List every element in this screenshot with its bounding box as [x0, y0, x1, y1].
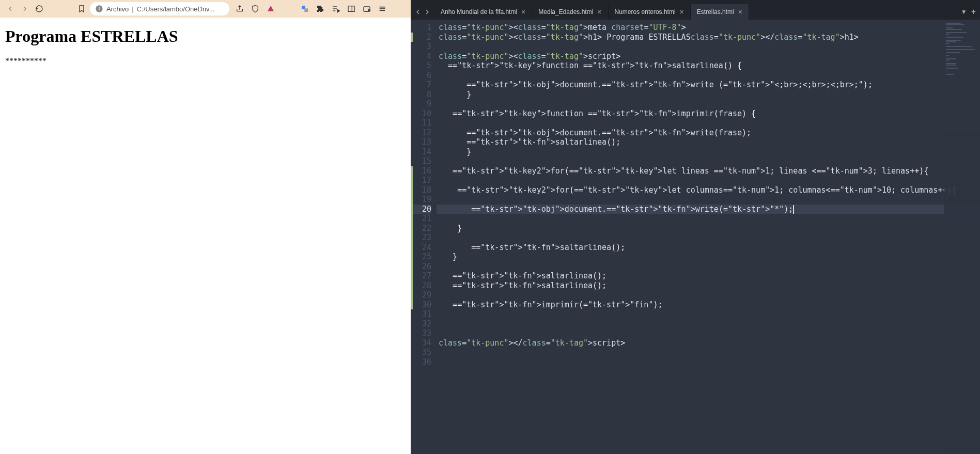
- code-line[interactable]: }: [437, 90, 980, 100]
- editor-tab[interactable]: Numeros enteros.html×: [609, 4, 691, 20]
- back-icon[interactable]: [4, 3, 17, 15]
- svg-rect-3: [304, 8, 308, 12]
- share-icon[interactable]: [234, 3, 246, 15]
- code-line[interactable]: }: [437, 252, 980, 262]
- translate-icon[interactable]: [299, 3, 311, 15]
- line-number: 16: [411, 166, 431, 176]
- code-line[interactable]: =="tk-str">"tk-key">function =="tk-str">…: [437, 61, 980, 71]
- code-line[interactable]: [437, 309, 980, 319]
- line-number: 36: [411, 357, 431, 367]
- code-line[interactable]: }: [437, 224, 980, 233]
- code-line[interactable]: =="tk-str">"tk-fn">saltarlinea();: [437, 281, 980, 291]
- code-line[interactable]: =="tk-str">"tk-obj">document.=="tk-str">…: [437, 80, 980, 90]
- line-number: 15: [411, 156, 431, 166]
- code-line[interactable]: =="tk-str">"tk-key2">for(=="tk-str">"tk-…: [437, 166, 980, 176]
- tab-next-icon[interactable]: [423, 8, 431, 16]
- close-icon[interactable]: ×: [521, 8, 525, 16]
- code-line[interactable]: }: [437, 147, 980, 157]
- code-line[interactable]: [437, 42, 980, 52]
- reload-icon[interactable]: [33, 3, 45, 15]
- page-output: **********: [5, 56, 406, 66]
- line-number: 22: [411, 224, 431, 233]
- svg-rect-8: [348, 6, 354, 12]
- editor-tab[interactable]: Anho Mundial de la fifa.html×: [434, 4, 532, 20]
- minimap[interactable]: [944, 20, 980, 454]
- close-icon[interactable]: ×: [680, 8, 684, 16]
- line-number: 3: [411, 42, 431, 52]
- code-line[interactable]: [437, 176, 980, 185]
- code-line[interactable]: =="tk-str">"tk-obj">document.=="tk-str">…: [437, 128, 980, 138]
- address-scheme: Archivo: [106, 5, 129, 13]
- tab-dropdown-icon[interactable]: ▼: [961, 8, 967, 15]
- line-number-gutter: 1234567891011121314151617181920212223242…: [411, 20, 437, 454]
- code-line[interactable]: class="tk-punc"><class="tk-tag">meta cha…: [437, 23, 980, 33]
- close-icon[interactable]: ×: [738, 8, 742, 16]
- code-line[interactable]: [437, 71, 980, 81]
- brave-rewards-icon[interactable]: [265, 3, 277, 15]
- line-number: 24: [411, 243, 431, 253]
- code-editor-window: Anho Mundial de la fifa.html×Media_Edade…: [411, 0, 980, 454]
- editor-tab[interactable]: Media_Edades.html×: [532, 4, 608, 20]
- page-heading: Programa ESTRELLAS: [5, 27, 406, 46]
- code-line[interactable]: =="tk-str">"tk-key">function =="tk-str">…: [437, 109, 980, 119]
- tab-prev-icon[interactable]: [414, 8, 422, 16]
- code-line[interactable]: [437, 156, 980, 166]
- code-line[interactable]: [437, 214, 980, 224]
- extensions-icon[interactable]: [314, 3, 326, 15]
- line-number: 4: [411, 52, 431, 61]
- code-line[interactable]: [437, 328, 980, 338]
- line-number: 28: [411, 281, 431, 291]
- code-line[interactable]: [437, 319, 980, 329]
- tab-label: Estrellas.html: [697, 8, 734, 15]
- wallet-icon[interactable]: [361, 3, 373, 15]
- address-bar[interactable]: Archivo | C:/Users/lambo/OneDriv...: [90, 2, 229, 15]
- line-number: 7: [411, 80, 431, 90]
- code-line[interactable]: =="tk-str">"tk-fn">saltarlinea();: [437, 271, 980, 281]
- browser-toolbar: Archivo | C:/Users/lambo/OneDriv...: [0, 0, 411, 18]
- line-number: 18: [411, 185, 431, 195]
- code-line[interactable]: [437, 262, 980, 272]
- code-line[interactable]: [437, 195, 980, 205]
- tab-label: Anho Mundial de la fifa.html: [441, 8, 517, 15]
- code-line[interactable]: [437, 233, 980, 243]
- code-line[interactable]: =="tk-str">"tk-fn">imprimir(="tk-str">"f…: [437, 300, 980, 310]
- forward-icon[interactable]: [19, 3, 31, 15]
- code-area[interactable]: class="tk-punc"><class="tk-tag">meta cha…: [437, 20, 980, 454]
- line-number: 26: [411, 262, 431, 272]
- code-line[interactable]: class="tk-punc"><class="tk-tag">script>: [437, 52, 980, 61]
- brave-shield-icon[interactable]: [249, 3, 261, 15]
- line-number: 33: [411, 328, 431, 338]
- browser-viewport: Programa ESTRELLAS **********: [0, 18, 411, 454]
- code-line[interactable]: [437, 99, 980, 109]
- svg-marker-7: [337, 9, 339, 12]
- line-number: 17: [411, 176, 431, 185]
- line-number: 13: [411, 137, 431, 147]
- line-number: 32: [411, 319, 431, 329]
- editor-menu-bar[interactable]: [411, 0, 980, 4]
- sidebar-icon[interactable]: [345, 3, 357, 15]
- tab-nav[interactable]: [411, 4, 434, 20]
- line-number: 2: [411, 33, 431, 42]
- code-line[interactable]: [437, 348, 980, 357]
- code-line[interactable]: [437, 357, 980, 367]
- close-icon[interactable]: ×: [597, 8, 601, 16]
- new-tab-icon[interactable]: +: [971, 7, 976, 17]
- code-line[interactable]: [437, 118, 980, 128]
- playlist-icon[interactable]: [330, 3, 342, 15]
- code-line[interactable]: =="tk-str">"tk-fn">saltarlinea();: [437, 137, 980, 147]
- menu-icon[interactable]: [376, 3, 388, 15]
- editor-tab[interactable]: Estrellas.html×: [691, 4, 749, 20]
- code-line[interactable]: =="tk-str">"tk-fn">saltarlinea();: [437, 243, 980, 253]
- code-line[interactable]: =="tk-str">"tk-obj">document.=="tk-str">…: [437, 205, 980, 214]
- line-number: 35: [411, 348, 431, 357]
- line-number: 21: [411, 214, 431, 224]
- editor-body[interactable]: 1234567891011121314151617181920212223242…: [411, 20, 980, 454]
- code-line[interactable]: class="tk-punc"><class="tk-tag">h1> Prog…: [437, 33, 980, 42]
- line-number: 8: [411, 90, 431, 100]
- code-line[interactable]: [437, 290, 980, 300]
- bookmark-icon[interactable]: [75, 3, 88, 15]
- code-line[interactable]: =="tk-str">"tk-key2">for(=="tk-str">"tk-…: [437, 185, 980, 195]
- line-number: 31: [411, 309, 431, 319]
- code-line[interactable]: class="tk-punc"></class="tk-tag">script​…: [437, 338, 980, 348]
- line-number: 10: [411, 109, 431, 119]
